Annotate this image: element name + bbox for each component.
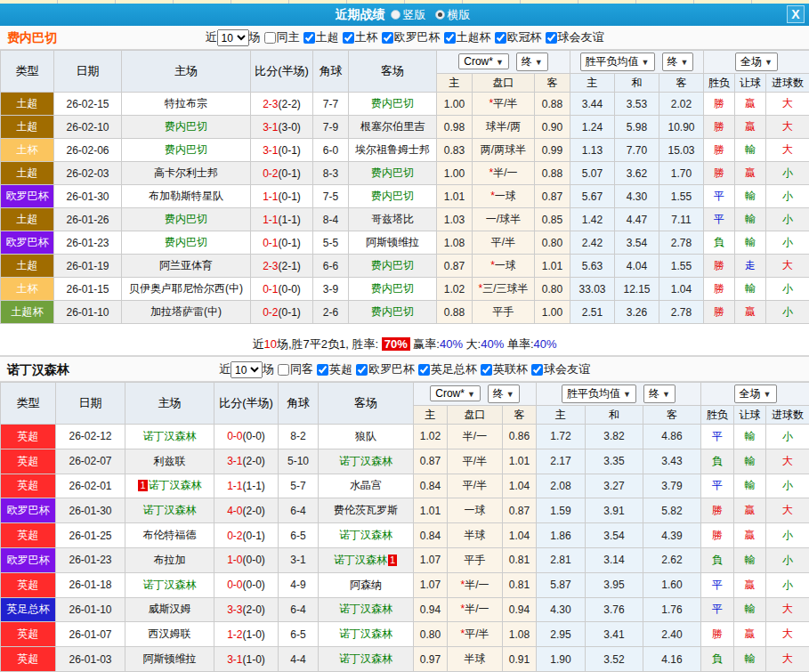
away-team-name[interactable]: 水晶宫 <box>350 479 382 491</box>
away-team-name[interactable]: 阿森纳 <box>350 579 382 591</box>
full-time-score: 3-1 <box>263 144 278 157</box>
full-match-dropdown[interactable]: 全场▼ <box>735 53 778 71</box>
home-team-name[interactable]: 费内巴切 <box>165 213 207 225</box>
home-team-name[interactable]: 高卡尔利士邦 <box>154 166 218 179</box>
match-count-select[interactable]: 10 <box>231 361 263 378</box>
home-team-name[interactable]: 费内巴切 <box>165 143 207 156</box>
recent-results-popup: 近期战绩 竖版 横版 X 费内巴切 近10场同主土超土杯欧罗巴杯土超杯欧冠杯球会… <box>0 0 809 672</box>
home-team-name[interactable]: 诺丁汉森林 <box>143 579 197 591</box>
away-team-name[interactable]: 费内巴切 <box>371 282 414 295</box>
league-filter-label[interactable]: 英足总杯 <box>431 362 477 376</box>
home-team-name[interactable]: 特拉布宗 <box>165 97 207 109</box>
final-odds-dropdown[interactable]: 终▼ <box>516 53 548 71</box>
home-team-name[interactable]: 布伦特福德 <box>143 529 197 541</box>
league-filter-label[interactable]: 土杯 <box>355 30 378 44</box>
away-team-name[interactable]: 费内巴切 <box>371 97 414 109</box>
league-filter-label[interactable]: 球会友谊 <box>558 30 604 44</box>
home-team-name[interactable]: 费内巴切 <box>165 120 207 133</box>
odds-company-dropdown[interactable]: Crow*▼ <box>458 53 509 69</box>
league-filter-checkbox[interactable] <box>531 364 543 376</box>
home-team-name[interactable]: 加拉塔萨雷(中) <box>150 305 222 318</box>
league-filter-checkbox[interactable] <box>382 32 393 44</box>
league-filter-label[interactable]: 土超 <box>316 30 339 44</box>
league-filter-label[interactable]: 土超杯 <box>457 30 491 44</box>
home-team-name[interactable]: 费内巴切 <box>165 236 207 248</box>
league-filter-checkbox[interactable] <box>343 32 354 44</box>
horizontal-layout-label[interactable]: 横版 <box>448 7 471 23</box>
horizontal-layout-radio[interactable] <box>435 10 445 20</box>
away-team-name[interactable]: 哥兹塔比 <box>371 213 414 225</box>
league-filter-label[interactable]: 英联杯 <box>493 362 528 376</box>
away-team-name[interactable]: 诺丁汉森林 <box>334 554 387 566</box>
match-row: 英足总杯26-01-10威斯汉姆3-3(2-0)6-4诺丁汉森林0.94*半/一… <box>1 597 809 622</box>
away-team-name[interactable]: 诺丁汉森林 <box>339 529 392 541</box>
home-team-name[interactable]: 阿兰亚体育 <box>159 259 213 271</box>
close-icon[interactable]: X <box>787 5 805 23</box>
goals-result-cell: 大 <box>766 622 809 647</box>
home-team-name[interactable]: 西汉姆联 <box>149 627 191 640</box>
away-team-name[interactable]: 费内巴切 <box>371 166 414 179</box>
away-team-name[interactable]: 诺丁汉森林 <box>339 652 392 665</box>
league-filter-checkbox[interactable] <box>444 32 456 44</box>
league-filter-checkbox[interactable] <box>303 32 315 44</box>
league-filter-checkbox[interactable] <box>356 364 368 376</box>
league-badge: 土超 <box>1 208 54 231</box>
vertical-layout-radio[interactable] <box>391 10 400 20</box>
away-team-name[interactable]: 费内巴切 <box>371 259 414 271</box>
away-team-name[interactable]: 阿斯顿维拉 <box>366 236 419 248</box>
away-team-name[interactable]: 埃尔祖鲁姆士邦 <box>355 143 430 156</box>
avg-away-odds: 7.11 <box>659 208 704 231</box>
league-filter-label[interactable]: 球会友谊 <box>544 362 590 376</box>
home-team-name[interactable]: 诺丁汉森林 <box>149 479 202 491</box>
home-team-name[interactable]: 布拉加 <box>154 554 186 566</box>
corner-count: 6-5 <box>279 622 319 647</box>
away-team-name[interactable]: 费内巴切 <box>371 190 414 202</box>
home-team-name[interactable]: 贝伊奥卢耶尼恰尔西(中) <box>129 282 243 295</box>
away-team-name[interactable]: 狼队 <box>355 430 376 442</box>
home-odds: 1.07 <box>414 547 448 572</box>
same-venue-checkbox[interactable] <box>264 32 276 44</box>
home-team-name[interactable]: 诺丁汉森林 <box>143 504 197 516</box>
final-average-dropdown[interactable]: 终▼ <box>662 53 694 71</box>
vertical-layout-label[interactable]: 竖版 <box>403 7 426 23</box>
home-team-name[interactable]: 利兹联 <box>154 455 186 467</box>
league-badge: 英超 <box>1 572 56 597</box>
home-team-name[interactable]: 诺丁汉森林 <box>143 430 197 442</box>
home-team-name[interactable]: 威斯汉姆 <box>149 603 191 615</box>
away-team-name[interactable]: 诺丁汉森林 <box>339 455 392 467</box>
odds-company-dropdown[interactable]: Crow*▼ <box>430 385 481 401</box>
league-filter-checkbox[interactable] <box>481 364 492 376</box>
league-filter-checkbox[interactable] <box>495 32 506 44</box>
league-badge: 英足总杯 <box>1 597 56 622</box>
away-team-name[interactable]: 诺丁汉森林 <box>339 603 392 615</box>
same-venue-checkbox[interactable] <box>278 364 289 376</box>
away-team-name[interactable]: 根塞尔伯里吉 <box>360 120 425 133</box>
header-row-main: 类型日期主场比分(半场)角球客场Crow*▼终▼胜平负均值▼终▼全场▼ <box>1 383 809 406</box>
avg-home-odds: 1.24 <box>570 116 615 139</box>
away-team-name[interactable]: 费内巴切 <box>371 305 414 318</box>
home-team-name[interactable]: 阿斯顿维拉 <box>143 652 197 665</box>
league-filter-label[interactable]: 欧罗巴杯 <box>394 30 441 44</box>
wdl-average-dropdown[interactable]: 胜平负均值▼ <box>580 53 655 71</box>
wdl-average-dropdown[interactable]: 胜平负均值▼ <box>562 385 636 403</box>
league-filter-label[interactable]: 欧罗巴杯 <box>368 362 415 376</box>
away-team-name[interactable]: 诺丁汉森林 <box>339 627 392 640</box>
match-count-select[interactable]: 10 <box>217 29 249 46</box>
final-odds-dropdown[interactable]: 终▼ <box>488 385 520 403</box>
home-team-name[interactable]: 布加勒斯特星队 <box>149 190 223 202</box>
same-venue-label[interactable]: 同主 <box>277 30 300 44</box>
handicap-cell: *一球 <box>473 255 535 278</box>
final-average-dropdown[interactable]: 终▼ <box>643 385 676 403</box>
handicap-line: 半/一 <box>465 603 489 615</box>
league-filter-label[interactable]: 欧冠杯 <box>507 30 542 44</box>
league-filter-checkbox[interactable] <box>418 364 430 376</box>
same-venue-label[interactable]: 同客 <box>290 362 313 376</box>
league-filter-checkbox[interactable] <box>317 364 328 376</box>
league-filter-label[interactable]: 英超 <box>329 362 352 376</box>
away-team-name[interactable]: 费伦茨瓦罗斯 <box>334 504 398 516</box>
league-filter-checkbox[interactable] <box>546 32 557 44</box>
full-match-dropdown[interactable]: 全场▼ <box>734 385 777 403</box>
handicap-line: 三/三球半 <box>482 282 528 295</box>
away-odds: 0.87 <box>535 185 570 208</box>
away-odds: 1.04 <box>503 474 537 498</box>
